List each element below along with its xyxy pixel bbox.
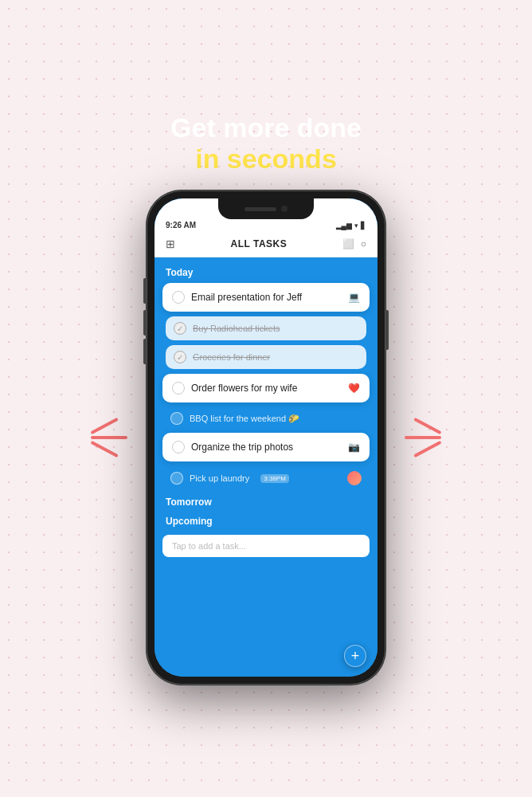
fab-button[interactable]: + [344, 645, 366, 667]
headline-line1: Get more done [170, 112, 362, 143]
task-text-5: BBQ list for the weekend 🌮 [190, 414, 299, 424]
camera [281, 206, 288, 212]
header-right: ⬜ ○ [342, 238, 366, 249]
right-decoration [405, 427, 441, 448]
task-emoji-1: 💻 [348, 292, 360, 303]
phone-wrapper: 9:26 AM ▂▄▆ ▾ ▋ ⊞ ALL TASKS ⬜ ○ [147, 190, 385, 685]
task-checkbox-6[interactable] [172, 441, 185, 453]
left-decoration [91, 427, 127, 448]
task-item-4[interactable]: Order flowers for my wife ❤️ [162, 374, 370, 402]
task-tag-7: 3:38PM [260, 474, 289, 483]
task-checkbox-2[interactable]: ✓ [174, 322, 186, 335]
task-item-6[interactable]: Organize the trip photos 📷 [162, 433, 370, 461]
notch [218, 198, 314, 219]
task-text-3: Groceries for dinner [193, 352, 270, 362]
task-item-5[interactable]: BBQ list for the weekend 🌮 [162, 407, 370, 430]
menu-icon[interactable]: ⊞ [166, 238, 175, 250]
task-emoji-4: ❤️ [348, 383, 360, 394]
task-list: Today Email presentation for Jeff 💻 ✓ [155, 257, 377, 672]
task-item-2[interactable]: ✓ Buy Radiohead tickets [166, 316, 366, 340]
add-task-bar[interactable]: Tap to add a task... [162, 535, 370, 557]
section-upcoming: Upcoming [162, 512, 370, 532]
status-icons: ▂▄▆ ▾ ▋ [336, 222, 366, 230]
task-checkbox-3[interactable]: ✓ [174, 351, 186, 363]
task-text-7: Pick up laundry [190, 473, 249, 483]
headline: Get more done in seconds [170, 112, 362, 175]
section-tomorrow: Tomorrow [162, 493, 370, 512]
task-text-2: Buy Radiohead tickets [193, 324, 280, 333]
task-text-6: Organize the trip photos [191, 442, 293, 453]
task-checkbox-1[interactable] [172, 291, 185, 304]
phone-screen: 9:26 AM ▂▄▆ ▾ ▋ ⊞ ALL TASKS ⬜ ○ [155, 198, 377, 677]
task-item-3[interactable]: ✓ Groceries for dinner [166, 345, 366, 369]
status-time: 9:26 AM [166, 221, 196, 230]
task-text-4: Order flowers for my wife [191, 383, 297, 394]
add-task-label: Tap to add a task... [172, 541, 246, 551]
task-emoji-6: 📷 [348, 442, 360, 453]
task-avatar-7 [347, 471, 362, 485]
more-icon[interactable]: ○ [361, 238, 366, 249]
add-list-icon[interactable]: ⬜ [342, 238, 354, 249]
task-checkbox-5[interactable] [170, 412, 183, 425]
signal-icon: ▂▄▆ [336, 222, 352, 230]
wifi-icon: ▾ [354, 222, 358, 230]
speaker [244, 207, 276, 211]
header-title: ALL TASKS [231, 238, 288, 249]
task-item-1[interactable]: Email presentation for Jeff 💻 [162, 283, 370, 312]
phone-frame: 9:26 AM ▂▄▆ ▾ ▋ ⊞ ALL TASKS ⬜ ○ [147, 190, 385, 685]
scene: Get more done in seconds [147, 112, 385, 685]
section-today: Today [162, 264, 370, 283]
task-checkbox-4[interactable] [172, 382, 185, 395]
battery-icon: ▋ [361, 222, 366, 230]
task-text-1: Email presentation for Jeff [191, 292, 302, 303]
headline-line2: in seconds [170, 143, 362, 175]
task-checkbox-7[interactable] [170, 472, 183, 485]
task-item-7[interactable]: Pick up laundry 3:38PM [162, 466, 370, 490]
app-header: ⊞ ALL TASKS ⬜ ○ [155, 233, 377, 257]
